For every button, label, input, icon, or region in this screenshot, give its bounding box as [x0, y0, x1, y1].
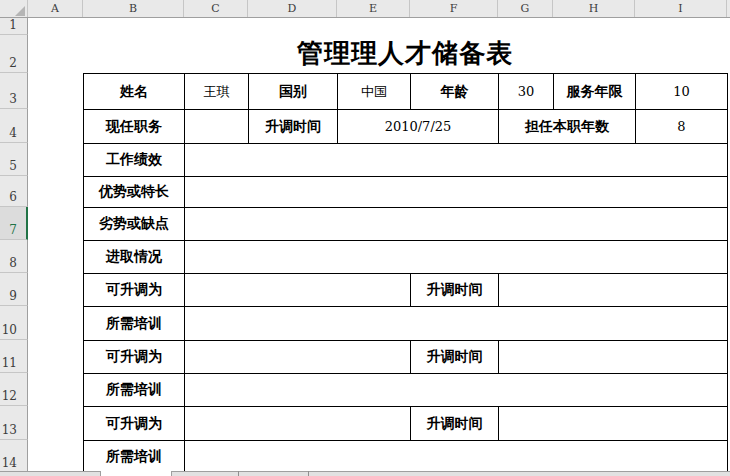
cell-initiative-value[interactable] — [185, 241, 728, 274]
cell-promotable-to-label-3[interactable]: 可升调为 — [84, 407, 185, 441]
column-header-g[interactable]: G — [498, 0, 553, 17]
cell-promotion-time-label[interactable]: 升调时间 — [249, 110, 338, 144]
sheet-tab-scroll-area[interactable] — [0, 471, 100, 476]
cell-promotable-to-label-2[interactable]: 可升调为 — [84, 341, 185, 374]
cell-training-needed-value-2[interactable] — [185, 374, 728, 407]
column-header-e[interactable]: E — [337, 0, 410, 17]
row-header-11[interactable]: 11 — [0, 340, 28, 373]
row-header-2[interactable]: 2 — [0, 35, 28, 73]
column-header-b[interactable]: B — [83, 0, 184, 17]
cell-promotable-to-value-2[interactable] — [185, 341, 411, 374]
cell-training-needed-value-3[interactable] — [185, 441, 728, 474]
cell-promotion-time-label-2[interactable]: 升调时间 — [411, 341, 499, 374]
row-header-3[interactable]: 3 — [0, 73, 28, 109]
table-row: 可升调为 升调时间 — [84, 407, 728, 441]
row-header-12[interactable]: 12 — [0, 373, 28, 406]
cell-current-position-value[interactable] — [185, 110, 249, 144]
row-header-6[interactable]: 6 — [0, 176, 28, 207]
cell-service-years-value[interactable]: 10 — [636, 74, 728, 110]
row-header-14[interactable]: 14 — [0, 440, 28, 471]
row-header-8[interactable]: 8 — [0, 240, 28, 273]
cell-strengths-value[interactable] — [185, 177, 728, 208]
row-header-strip: 1 2 3 4 5 6 7 8 9 10 11 12 13 14 — [0, 18, 28, 471]
row-header-5[interactable]: 5 — [0, 143, 28, 176]
cell-current-position-label[interactable]: 现任职务 — [84, 110, 185, 144]
column-header-h[interactable]: H — [553, 0, 635, 17]
cell-work-performance-label[interactable]: 工作绩效 — [84, 144, 185, 177]
table-row: 所需培训 — [84, 441, 728, 474]
cell-nationality-value[interactable]: 中国 — [338, 74, 411, 110]
cell-weaknesses-label[interactable]: 劣势或缺点 — [84, 208, 185, 241]
table-row: 所需培训 — [84, 374, 728, 407]
row-header-4[interactable]: 4 — [0, 109, 28, 143]
cell-service-years-label[interactable]: 服务年限 — [554, 74, 636, 110]
cell-name-value[interactable]: 王琪 — [185, 74, 249, 110]
row-header-7-selected[interactable]: 7 — [0, 207, 28, 240]
cell-years-in-position-value[interactable]: 8 — [636, 110, 728, 144]
cell-promotion-date-value[interactable]: 2010/7/25 — [338, 110, 499, 144]
cell-strengths-label[interactable]: 优势或特长 — [84, 177, 185, 208]
table-row: 姓名 王琪 国别 中国 年龄 30 服务年限 10 — [84, 74, 728, 110]
select-all-triangle-icon — [15, 6, 25, 16]
cell-nationality-label[interactable]: 国别 — [249, 74, 338, 110]
table-row: 现任职务 升调时间 2010/7/25 担任本职年数 8 — [84, 110, 728, 144]
cell-promotion-time-value-3[interactable] — [499, 407, 728, 441]
spreadsheet-app: A B C D E F G H I 1 2 3 4 5 6 7 8 9 10 1… — [0, 0, 730, 476]
table-row: 所需培训 — [84, 307, 728, 341]
cell-promotion-time-value-1[interactable] — [499, 274, 728, 307]
column-header-strip: A B C D E F G H I — [0, 0, 730, 18]
column-header-a[interactable]: A — [28, 0, 83, 17]
talent-reserve-table: 姓名 王琪 国别 中国 年龄 30 服务年限 10 现任职务 升调时间 2010… — [83, 73, 728, 474]
cell-promotion-time-value-2[interactable] — [499, 341, 728, 374]
cell-years-in-position-label[interactable]: 担任本职年数 — [499, 110, 636, 144]
cell-training-needed-label-2[interactable]: 所需培训 — [84, 374, 185, 407]
cell-training-needed-value-1[interactable] — [185, 307, 728, 341]
table-row: 进取情况 — [84, 241, 728, 274]
sheet-tab-bar — [0, 471, 730, 476]
cell-promotion-time-label-3[interactable]: 升调时间 — [411, 407, 499, 441]
cell-promotable-to-value-1[interactable] — [185, 274, 411, 307]
cell-initiative-label[interactable]: 进取情况 — [84, 241, 185, 274]
table-row: 劣势或缺点 — [84, 208, 728, 241]
row-header-13[interactable]: 13 — [0, 406, 28, 440]
sheet-tab-separator — [238, 471, 239, 476]
cell-age-label[interactable]: 年龄 — [411, 74, 499, 110]
cell-training-needed-label-1[interactable]: 所需培训 — [84, 307, 185, 341]
page-title[interactable]: 管理理人才储备表 — [83, 34, 727, 72]
cell-promotable-to-label-1[interactable]: 可升调为 — [84, 274, 185, 307]
row-header-10[interactable]: 10 — [0, 306, 28, 340]
column-header-d[interactable]: D — [248, 0, 337, 17]
table-row: 优势或特长 — [84, 177, 728, 208]
select-all-button[interactable] — [0, 0, 28, 17]
row-header-9[interactable]: 9 — [0, 273, 28, 306]
table-row: 可升调为 升调时间 — [84, 274, 728, 307]
cell-promotable-to-value-3[interactable] — [185, 407, 411, 441]
column-header-c[interactable]: C — [184, 0, 248, 17]
cell-age-value[interactable]: 30 — [499, 74, 554, 110]
column-header-f[interactable]: F — [410, 0, 498, 17]
inactive-sheet-tabs-area[interactable] — [172, 471, 730, 476]
cell-promotion-time-label-1[interactable]: 升调时间 — [411, 274, 499, 307]
sheet-tab-separator — [308, 471, 309, 476]
active-sheet-tab[interactable] — [100, 471, 172, 476]
cell-weaknesses-value[interactable] — [185, 208, 728, 241]
cell-name-label[interactable]: 姓名 — [84, 74, 185, 110]
table-row: 可升调为 升调时间 — [84, 341, 728, 374]
cell-work-performance-value[interactable] — [185, 144, 728, 177]
table-row: 工作绩效 — [84, 144, 728, 177]
cell-training-needed-label-3[interactable]: 所需培训 — [84, 441, 185, 474]
row-header-1[interactable]: 1 — [0, 18, 28, 35]
column-header-i[interactable]: I — [635, 0, 727, 17]
